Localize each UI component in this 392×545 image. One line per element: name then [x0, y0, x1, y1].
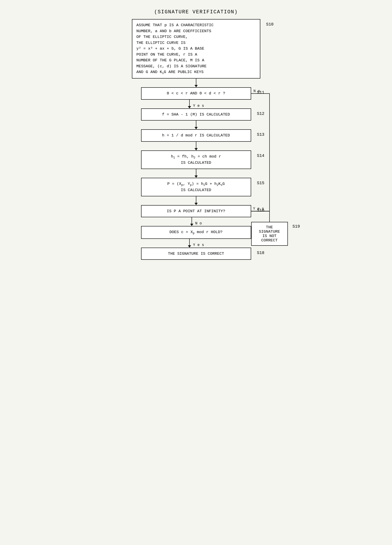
step-s13-text: h = 1 / d mod r IS CALCULATED — [162, 133, 230, 137]
step-s17-box: DOES c = Xp mod r HOLD? S17 — [141, 226, 251, 239]
step-s16-box: IS P A POINT AT INFINITY? S16 — [141, 205, 251, 217]
arrow-s12-s13 — [194, 121, 198, 129]
yes-label-s17: Y e s — [193, 243, 204, 248]
arrow-s17-s18-row: Y e s — [188, 239, 204, 248]
step-s11-label: S11 — [257, 90, 264, 96]
step-s18-box: THE SIGNATURE IS CORRECT S18 — [141, 248, 251, 260]
arrow-s10-s11 — [194, 79, 198, 87]
diagram-inner: N oY e sN o ASSUME THAT p IS A CHARACTER… — [102, 19, 290, 267]
arrow-s17-s18 — [188, 239, 191, 248]
step-s16-label: S16 — [257, 207, 264, 214]
step-s15-label: S15 — [257, 180, 264, 186]
step-s11-text: 0 < c < r AND 0 < d < r ? — [167, 91, 225, 96]
arrow-s13-s14 — [194, 142, 198, 150]
step-s12-label: S12 — [257, 111, 264, 117]
step-s19-box: THE SIGNATUREIS NOT CORRECT S19 — [251, 222, 288, 246]
arrow-s16-s17 — [190, 217, 193, 226]
step-s10-box: ASSUME THAT p IS A CHARACTERISTIC NUMBER… — [132, 19, 260, 79]
yes-label-s11: Y e s — [193, 104, 204, 108]
diagram-title: (SIGNATURE VERIFICATION) — [154, 9, 238, 15]
step-s13-label: S13 — [257, 132, 264, 138]
step-s16-text: IS P A POINT AT INFINITY? — [167, 209, 225, 213]
step-s10-text: ASSUME THAT p IS A CHARACTERISTIC NUMBER… — [137, 23, 214, 74]
step-s10-label: S10 — [266, 21, 273, 28]
arrow-s11-s12 — [188, 100, 191, 108]
step-s18-label: S18 — [257, 250, 264, 256]
no-label-s16: N o — [195, 221, 202, 226]
step-s11-box: 0 < c < r AND 0 < d < r ? S11 — [141, 87, 251, 100]
step-s14-box: h1 = fh, h2 = ch mod rIS CALCULATED S14 — [141, 150, 251, 169]
step-s13-box: h = 1 / d mod r IS CALCULATED S13 — [141, 129, 251, 142]
step-s12-text: f = SHA - 1 (M) IS CALCULATED — [162, 112, 230, 117]
step-s15-text: P = (Xp, Yp) = h1G + h2KsGIS CALCULATED — [167, 182, 224, 192]
step-s15-box: P = (Xp, Yp) = h1G + h2KsGIS CALCULATED … — [141, 178, 251, 196]
diagram-container: (SIGNATURE VERIFICATION) N oY e sN o ASS… — [93, 9, 299, 267]
arrow-s14-s15 — [194, 169, 198, 178]
step-s19-text: THE SIGNATUREIS NOT CORRECT — [259, 225, 280, 242]
arrow-s15-s16 — [194, 196, 198, 205]
step-s19-label: S19 — [292, 224, 300, 229]
step-s14-text: h1 = fh, h2 = ch mod rIS CALCULATED — [171, 154, 221, 165]
step-s14-label: S14 — [257, 153, 264, 159]
step-s12-box: f = SHA - 1 (M) IS CALCULATED S12 — [141, 108, 251, 121]
arrow-s11-s12-row: Y e s — [188, 100, 204, 108]
step-s18-text: THE SIGNATURE IS CORRECT — [168, 252, 224, 256]
step-s17-text: DOES c = Xp mod r HOLD? — [169, 230, 223, 234]
arrow-s16-s17-row: N o — [190, 217, 202, 226]
